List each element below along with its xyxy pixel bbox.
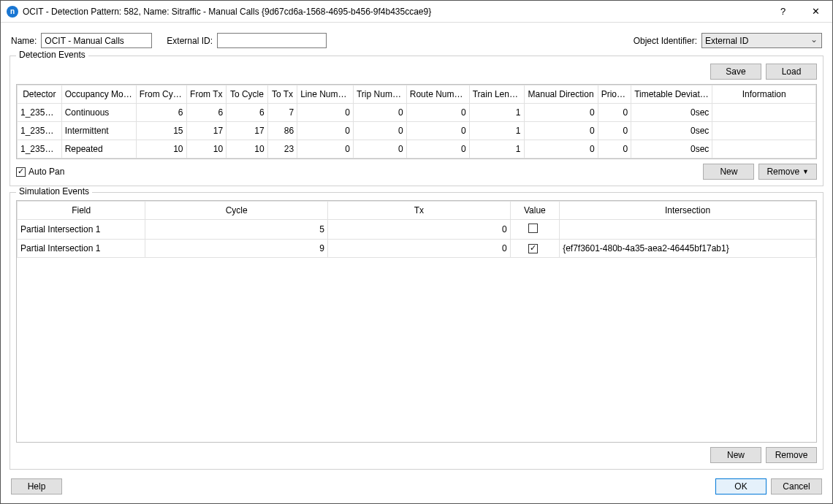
save-button[interactable]: Save	[710, 64, 761, 80]
table-row[interactable]: Partial Intersection 190{ef7f3601-480b-4…	[18, 240, 816, 258]
column-header[interactable]: Field	[18, 202, 145, 220]
external-id-label: External ID:	[167, 36, 213, 46]
column-header[interactable]: Occupancy Mode	[61, 85, 136, 104]
table-row[interactable]: 1_235_D12Repeated101010230001000sec	[18, 140, 816, 159]
column-header[interactable]: Value	[510, 202, 559, 220]
external-id-field[interactable]	[217, 33, 327, 48]
titlebar: n OCIT - Detection Pattern: 582, Name: S…	[1, 1, 832, 23]
column-header[interactable]: From Tx	[186, 85, 227, 104]
name-field[interactable]	[41, 33, 152, 48]
close-icon[interactable]: ✕	[799, 1, 832, 23]
object-identifier-combo[interactable]: External ID	[701, 33, 822, 48]
column-header[interactable]: Priority	[598, 85, 631, 104]
dialog-window: n OCIT - Detection Pattern: 582, Name: S…	[0, 0, 833, 504]
column-header[interactable]: Route Number	[406, 85, 469, 104]
column-header[interactable]: Intersection	[560, 202, 816, 220]
column-header[interactable]: Train Length	[469, 85, 524, 104]
load-button[interactable]: Load	[766, 64, 817, 80]
column-header[interactable]: Detector	[18, 85, 62, 104]
column-header[interactable]: Timetable Deviation	[631, 85, 712, 104]
column-header[interactable]: To Tx	[267, 85, 297, 104]
detection-legend: Detection Events	[16, 50, 88, 60]
app-icon: n	[7, 6, 18, 18]
column-header[interactable]: Information	[712, 85, 816, 104]
simulation-events-group: Simulation Events FieldCycleTxValueInter…	[9, 192, 824, 470]
detection-table[interactable]: DetectorOccupancy ModeFrom CycleFrom TxT…	[16, 84, 817, 159]
auto-pan-label: Auto Pan	[28, 167, 64, 177]
auto-pan-checkbox[interactable]	[16, 167, 26, 177]
simulation-table[interactable]: FieldCycleTxValueIntersection Partial In…	[16, 200, 817, 443]
column-header[interactable]: Tx	[328, 202, 511, 220]
column-header[interactable]: From Cycle	[136, 85, 186, 104]
column-header[interactable]: Trip Number	[353, 85, 406, 104]
help-button[interactable]: Help	[11, 478, 62, 495]
footer: Help OK Cancel	[9, 476, 824, 497]
name-label: Name:	[11, 36, 37, 46]
simulation-remove-button[interactable]: Remove	[766, 447, 817, 463]
table-row[interactable]: 1_235_D6Intermittent151717860001000sec	[18, 122, 816, 140]
cancel-button[interactable]: Cancel	[771, 478, 822, 495]
object-identifier-label: Object Identifier:	[634, 36, 697, 46]
value-checkbox[interactable]	[528, 224, 538, 233]
value-checkbox[interactable]	[528, 244, 538, 253]
column-header[interactable]: To Cycle	[227, 85, 268, 104]
table-row[interactable]: Partial Intersection 150	[18, 220, 816, 240]
simulation-legend: Simulation Events	[16, 186, 92, 196]
detection-events-group: Detection Events Save Load DetectorOccup…	[9, 56, 824, 186]
content: Name: External ID: Object Identifier: Ex…	[1, 23, 832, 503]
detection-new-button[interactable]: New	[703, 164, 754, 180]
column-header[interactable]: Line Number	[297, 85, 354, 104]
ok-button[interactable]: OK	[715, 478, 767, 495]
table-row[interactable]: 1_235_D4Continuous66670001000sec	[18, 104, 816, 122]
detection-remove-button[interactable]: Remove	[758, 164, 817, 180]
window-title: OCIT - Detection Pattern: 582, Name: Sit…	[23, 7, 767, 17]
help-icon[interactable]: ?	[767, 1, 799, 23]
simulation-new-button[interactable]: New	[710, 447, 761, 463]
header-row: Name: External ID: Object Identifier: Ex…	[9, 30, 824, 50]
column-header[interactable]: Manual Direction	[524, 85, 598, 104]
column-header[interactable]: Cycle	[145, 202, 328, 220]
